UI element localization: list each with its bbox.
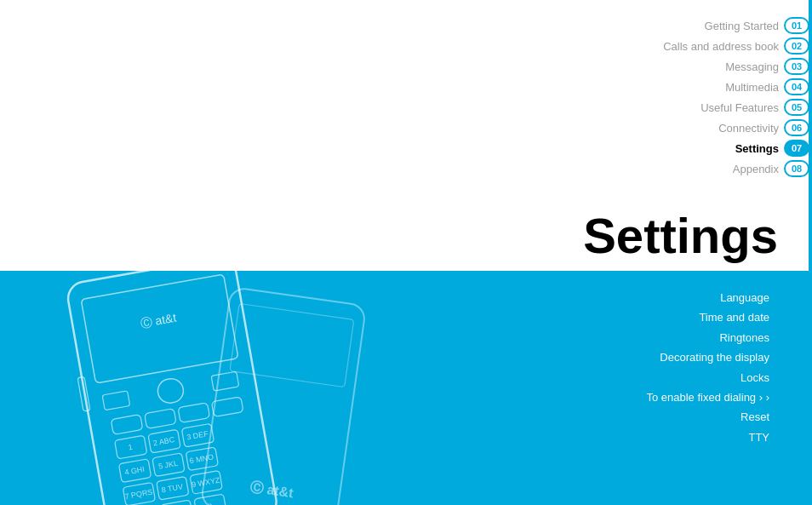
blue-menu-item: Decorating the display (646, 347, 769, 367)
nav-item-03[interactable]: Messaging03 (608, 58, 812, 75)
svg-text:Ⓒ at&t: Ⓒ at&t (139, 311, 177, 330)
page-title: Settings (583, 207, 778, 264)
phone-illustration: Ⓒ at&t 1 2 ABC 3 DEF (34, 271, 375, 505)
svg-text:7 PQRS: 7 PQRS (124, 488, 153, 502)
nav-item-08[interactable]: Appendix08 (608, 160, 812, 177)
blue-menu-item: Reset (646, 407, 769, 427)
svg-text:4 GHI: 4 GHI (124, 465, 146, 477)
svg-text:3 DEF: 3 DEF (186, 429, 209, 441)
bottom-section: Ⓒ at&t 1 2 ABC 3 DEF (0, 271, 812, 505)
svg-rect-4 (156, 377, 185, 405)
nav-item-label: Settings (735, 142, 779, 155)
nav-item-label: Appendix (733, 163, 779, 175)
blue-menu-item: Locks (646, 368, 769, 387)
svg-text:5 JKL: 5 JKL (157, 459, 178, 471)
top-section: Getting Started01Calls and address book0… (0, 0, 812, 273)
nav-item-badge: 03 (784, 58, 809, 75)
blue-menu-item: Language (646, 288, 769, 307)
nav-item-label: Getting Started (705, 20, 779, 32)
blue-menu-item: Time and date (646, 307, 769, 327)
nav-item-label: Multimedia (725, 81, 779, 94)
svg-rect-5 (211, 371, 239, 391)
blue-menu-item: To enable fixed dialing › (646, 387, 769, 407)
nav-item-label: Calls and address book (663, 40, 779, 53)
settings-chapter-menu: LanguageTime and dateRingtonesDecorating… (646, 288, 769, 447)
svg-rect-8 (178, 403, 210, 423)
nav-item-04[interactable]: Multimedia04 (608, 78, 812, 95)
nav-item-01[interactable]: Getting Started01 (608, 17, 812, 34)
right-accent-bar (809, 0, 812, 273)
nav-item-label: Connectivity (718, 122, 779, 135)
svg-rect-35 (201, 287, 367, 505)
nav-item-badge: 06 (784, 119, 809, 136)
nav-item-badge: 01 (784, 17, 809, 34)
nav-item-badge: 02 (784, 37, 809, 55)
svg-text:6 MNO: 6 MNO (189, 452, 214, 465)
nav-item-07[interactable]: Settings07 (608, 140, 812, 157)
nav-item-badge: 05 (784, 99, 809, 116)
svg-rect-0 (66, 271, 279, 505)
nav-item-badge: 07 (784, 140, 809, 157)
svg-rect-3 (102, 391, 130, 410)
nav-item-label: Useful Features (700, 101, 779, 114)
svg-rect-7 (145, 409, 177, 429)
svg-rect-6 (111, 415, 143, 435)
svg-text:9 WXYZ: 9 WXYZ (191, 476, 220, 490)
svg-rect-1 (81, 274, 238, 383)
chapter-navigation: Getting Started01Calls and address book0… (608, 17, 812, 181)
svg-text:Ⓒ at&t: Ⓒ at&t (249, 479, 294, 500)
svg-text:8 TUV: 8 TUV (161, 482, 184, 494)
blue-menu-item: Ringtones (646, 328, 769, 347)
nav-item-badge: 04 (784, 78, 809, 95)
nav-item-badge: 08 (784, 160, 809, 177)
blue-menu-item: TTY (646, 428, 769, 447)
svg-rect-30 (161, 500, 193, 505)
nav-item-label: Messaging (725, 60, 779, 73)
svg-text:1: 1 (128, 443, 134, 452)
nav-item-05[interactable]: Useful Features05 (608, 99, 812, 116)
nav-item-06[interactable]: Connectivity06 (608, 119, 812, 136)
svg-text:2 ABC: 2 ABC (152, 435, 175, 447)
nav-item-02[interactable]: Calls and address book02 (608, 37, 812, 55)
